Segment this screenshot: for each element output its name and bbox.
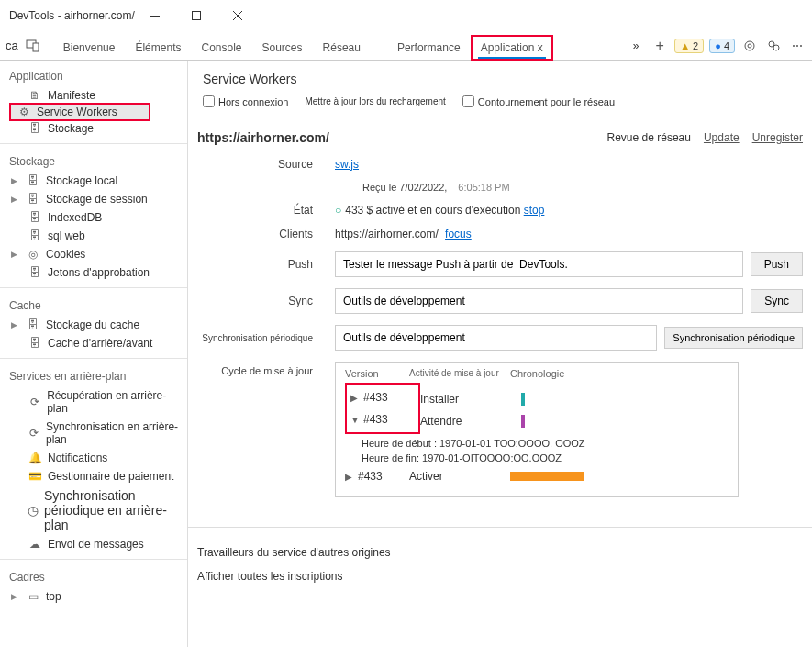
sidebar-item-session-storage[interactable]: ▶🗄Stockage de session	[0, 190, 187, 208]
sidebar-item-notifications[interactable]: 🔔Notifications	[0, 449, 187, 467]
database-icon: 🗄	[28, 337, 42, 350]
sidebar-item-cookies[interactable]: ▶◎Cookies	[0, 245, 187, 263]
add-tab-icon[interactable]: +	[651, 37, 669, 55]
panel-tabs: Bienvenue Éléments Console Sources Résea…	[53, 31, 553, 61]
version-row[interactable]: ▼ #433	[350, 408, 415, 430]
svg-point-5	[748, 44, 751, 48]
svg-rect-1	[193, 12, 201, 20]
feedback-icon[interactable]	[764, 37, 783, 55]
label: Notifications	[48, 452, 107, 464]
expand-icon: ▶	[345, 472, 358, 482]
tab-elements[interactable]: Éléments	[125, 35, 191, 61]
bypass-checkbox[interactable]: Contournement pour le réseau	[462, 95, 615, 107]
expand-icon: ▶	[11, 176, 20, 185]
sidebar-item-payment-handler[interactable]: 💳Gestionnaire de paiement	[0, 467, 187, 485]
sidebar-item-local-storage[interactable]: ▶🗄Stockage local	[0, 172, 187, 190]
label: Synchronisation périodique en arrière-pl…	[44, 488, 180, 532]
sidebar-item-cache-storage[interactable]: ▶🗄Stockage du cache	[0, 316, 187, 334]
more-icon[interactable]: ⋯	[788, 37, 806, 55]
more-tabs-icon[interactable]: »	[627, 37, 645, 55]
file-icon: 🗎	[28, 89, 42, 102]
periodic-button[interactable]: Synchronisation périodique	[664, 327, 803, 349]
svg-point-7	[773, 45, 779, 50]
messages-badge[interactable]: ●4	[709, 39, 735, 53]
close-button[interactable]	[217, 2, 259, 29]
label: Synchronisation en arrière-plan	[46, 420, 180, 446]
sync-button[interactable]: Sync	[751, 289, 803, 313]
device-toggle-icon[interactable]	[24, 37, 42, 55]
sidebar-item-service-workers[interactable]: ⚙Service Workers	[9, 103, 150, 121]
update-on-reload-checkbox[interactable]: Mettre à jour lors du rechargement	[305, 96, 445, 106]
unregister-link[interactable]: Unregister	[752, 131, 803, 144]
bell-icon: 🔔	[28, 452, 42, 464]
focus-link[interactable]: focus	[445, 228, 472, 240]
expand-icon: ▶	[11, 320, 20, 329]
sidebar-item-trust-tokens[interactable]: 🗄Jetons d'approbation	[0, 263, 187, 282]
titlebar: DevTools - airhorner.com/	[0, 0, 812, 31]
tab-sources[interactable]: Sources	[252, 35, 313, 61]
tab-performance[interactable]: Performance	[387, 35, 471, 61]
start-time: Heure de début : 1970-01-01 TOO:OOOO. OO…	[345, 436, 729, 451]
expand-icon: ▶	[11, 250, 20, 259]
sync-input[interactable]	[335, 288, 743, 314]
frame-icon: ▭	[26, 590, 40, 603]
options-row: Hors connexion Mettre à jour lors du rec…	[197, 95, 803, 117]
tab-console[interactable]: Console	[191, 35, 251, 61]
sidebar-item-manifest[interactable]: 🗎Manifeste	[0, 86, 187, 105]
settings-icon[interactable]	[740, 37, 759, 55]
sidebar-item-push-messaging[interactable]: ☁Envoi de messages	[0, 535, 187, 553]
section-application: Application	[0, 64, 187, 86]
network-review-link[interactable]: Revue de réseau	[607, 131, 691, 144]
warnings-badge[interactable]: ▲2	[674, 39, 704, 53]
sidebar-item-indexeddb[interactable]: 🗄IndexedDB	[0, 208, 187, 227]
tab-network[interactable]: Réseau	[313, 35, 371, 61]
update-link[interactable]: Update	[704, 131, 740, 144]
sidebar-item-bg-sync[interactable]: ⟳Synchronisation en arrière-plan	[0, 418, 187, 449]
other-origins-link[interactable]: Travailleurs du service d'autres origine…	[197, 541, 803, 564]
minimize-button[interactable]	[135, 2, 176, 29]
inspect-label[interactable]: ca	[6, 39, 18, 52]
sidebar-item-periodic-sync[interactable]: ◷Synchronisation périodique en arrière-p…	[0, 485, 187, 535]
cookie-icon: ◎	[26, 248, 40, 261]
label: Récupération en arrière-plan	[47, 389, 180, 415]
label: Contournement pour le réseau	[478, 96, 615, 107]
label: top	[46, 590, 61, 603]
tab-application[interactable]: Application x	[471, 35, 553, 61]
activity-install: Installer	[420, 393, 521, 406]
col-version: Version	[345, 368, 409, 379]
sidebar-item-back-forward-cache[interactable]: 🗄Cache d'arrière/avant	[0, 334, 187, 352]
devtools-toolbar: ca Bienvenue Éléments Console Sources Ré…	[0, 31, 812, 61]
activity-activate: Activer	[409, 470, 510, 483]
cloud-icon: ☁	[28, 538, 42, 551]
stop-link[interactable]: stop	[524, 204, 545, 217]
label: Envoi de messages	[48, 538, 144, 551]
label: Mettre à jour lors du rechargement	[305, 96, 445, 106]
clock-icon: ◷	[28, 503, 39, 518]
main: Application 🗎Manifeste ⚙Service Workers …	[0, 61, 812, 647]
version-highlight: ▶ #433 ▼ #433	[345, 383, 420, 434]
gear-icon: ⚙	[17, 106, 31, 118]
sidebar-item-bg-fetch[interactable]: ⟳Récupération en arrière-plan	[0, 386, 187, 418]
timeline-bar	[510, 472, 584, 481]
sidebar-item-top-frame[interactable]: ▶▭top	[0, 587, 187, 606]
label: IndexedDB	[48, 211, 102, 224]
periodic-input[interactable]	[335, 325, 657, 351]
version-row[interactable]: ▶ #433 Activer	[345, 465, 729, 487]
source-link[interactable]: sw.js	[335, 158, 359, 171]
push-input[interactable]	[335, 251, 743, 277]
database-icon: 🗄	[28, 266, 42, 279]
sidebar-item-websql[interactable]: 🗄sql web	[0, 227, 187, 245]
show-all-link[interactable]: Afficher toutes les inscriptions	[197, 564, 803, 588]
svg-rect-3	[33, 43, 39, 51]
version-row[interactable]: ▶ #433	[350, 386, 415, 408]
maximize-button[interactable]	[176, 2, 217, 29]
sidebar-item-storage[interactable]: 🗄Stockage	[0, 119, 187, 138]
label: Stockage de session	[46, 193, 148, 206]
section-background-services: Services en arrière-plan	[0, 364, 187, 386]
push-button[interactable]: Push	[751, 252, 803, 276]
update-cycle-box: Version Activité de mise à jour Chronolo…	[335, 362, 739, 497]
label: Hors connexion	[218, 96, 288, 107]
offline-checkbox[interactable]: Hors connexion	[203, 95, 288, 107]
database-icon: 🗄	[28, 229, 42, 242]
tab-welcome[interactable]: Bienvenue	[53, 35, 126, 61]
